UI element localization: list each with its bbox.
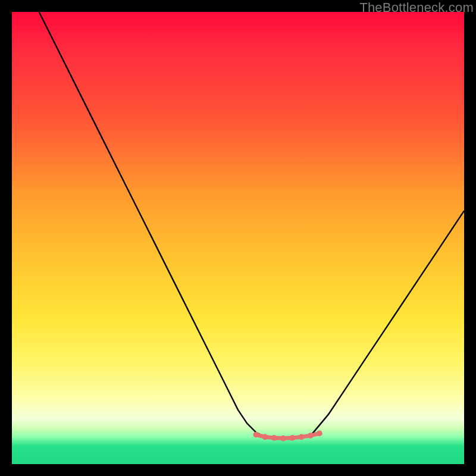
valley-marker-dot: [253, 432, 259, 438]
valley-marker-dot: [271, 435, 277, 441]
valley-marker-group: [253, 430, 322, 441]
valley-marker-dot: [262, 434, 268, 440]
bottleneck-curve-svg: [12, 12, 464, 464]
plot-area: [12, 12, 464, 464]
bottleneck-curve-right: [311, 211, 464, 436]
bottleneck-curve-left: [39, 12, 265, 437]
valley-marker-dot: [317, 430, 322, 436]
watermark-label: TheBottleneck.com: [359, 0, 474, 15]
curve-group: [39, 12, 464, 439]
valley-marker-dot: [308, 433, 314, 439]
valley-marker-dot: [280, 436, 286, 441]
chart-frame: TheBottleneck.com: [0, 0, 476, 476]
valley-marker-dot: [289, 435, 295, 441]
valley-marker-dot: [298, 434, 304, 440]
